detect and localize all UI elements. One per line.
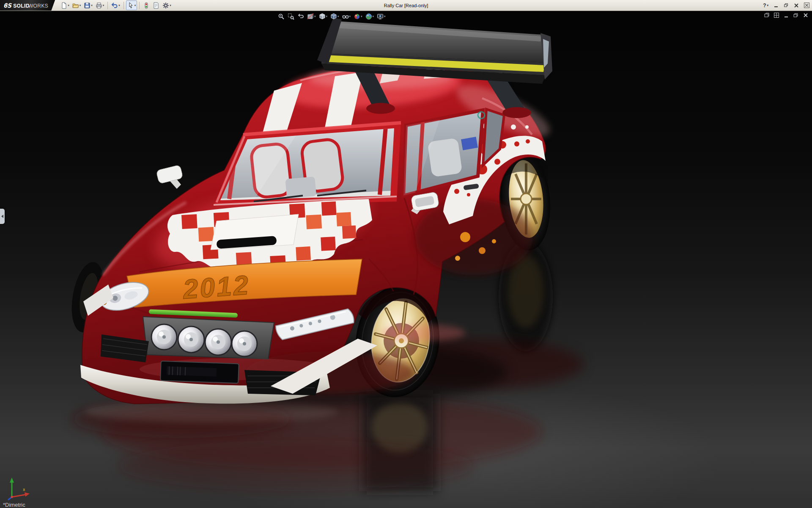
year-decal: 2012 — [181, 270, 251, 305]
chevron-down-icon: ▾ — [118, 4, 120, 7]
window-controls: ?▾ — [763, 0, 809, 11]
chevron-down-icon: ▾ — [349, 15, 351, 18]
help-button[interactable]: ?▾ — [763, 3, 768, 8]
sill-glow — [381, 324, 465, 341]
chevron-left-icon — [1, 215, 3, 218]
heads-up-view-toolbar: ▾ ▾ ▾ ▾ ▾ ▾ ▾ — [277, 12, 387, 21]
cascade-windows-button[interactable] — [764, 12, 770, 18]
zoom-to-fit-icon — [278, 13, 285, 20]
select-cursor-icon — [127, 2, 134, 9]
restore-document-button[interactable] — [793, 12, 799, 18]
file-properties-icon — [153, 2, 159, 9]
standard-toolbar: ▾ ▾ ▾ ▾ ▾ ▾ ▾ — [55, 0, 173, 10]
chevron-down-icon: ▾ — [68, 4, 69, 7]
graphics-area[interactable]: ▾ ▾ ▾ ▾ ▾ ▾ ▾ — [0, 11, 812, 508]
tile-windows-button[interactable] — [774, 12, 779, 18]
open-icon — [72, 2, 79, 9]
section-view-icon — [307, 13, 314, 20]
new-document-icon — [60, 2, 67, 9]
scene-globe-icon — [365, 13, 372, 20]
rally-car-model[interactable]: 2012 — [0, 11, 812, 508]
chevron-down-icon: ▾ — [103, 4, 104, 7]
zoom-to-area-icon — [288, 13, 294, 20]
view-orientation-label: *Dimetric — [3, 502, 25, 508]
chevron-down-icon: ▾ — [384, 15, 386, 18]
select-button[interactable]: ▾ — [126, 0, 137, 10]
license-plate[interactable] — [160, 361, 239, 383]
close-button[interactable] — [794, 3, 799, 8]
brand-glyph: ϐS — [3, 2, 11, 9]
open-button[interactable]: ▾ — [71, 0, 82, 10]
display-style-button[interactable]: ▾ — [329, 12, 340, 21]
undo-button[interactable]: ▾ — [110, 0, 121, 10]
reference-triad: x — [5, 475, 35, 501]
view-orientation-cube-icon — [319, 13, 326, 20]
undo-icon — [111, 2, 118, 9]
zoom-to-area-button[interactable] — [287, 12, 295, 21]
hide-show-glasses-icon — [342, 13, 349, 20]
chevron-down-icon: ▾ — [91, 4, 93, 7]
apply-scene-button[interactable]: ▾ — [365, 12, 375, 21]
toolbar-separator — [107, 2, 108, 9]
titlebar: ϐS SOLIDWORKS ▾ ▾ ▾ ▾ ▾ ▾ — [0, 0, 812, 11]
windshield[interactable] — [214, 122, 401, 212]
view-settings-icon — [377, 13, 384, 20]
x-axis — [12, 494, 26, 497]
zoom-to-fit-button[interactable] — [277, 12, 285, 21]
collapsed-panel-tab[interactable] — [0, 209, 5, 224]
chevron-down-icon: ▾ — [373, 15, 374, 18]
document-title: Rally Car [Read-only] — [384, 0, 428, 11]
rebuild-button[interactable] — [142, 0, 151, 10]
section-view-button[interactable]: ▾ — [306, 12, 317, 21]
toolbar-separator — [139, 2, 140, 9]
previous-view-button[interactable] — [296, 12, 305, 21]
rebuild-icon — [143, 2, 150, 9]
chevron-down-icon: ▾ — [767, 4, 768, 7]
options-button[interactable]: ▾ — [161, 0, 173, 10]
minimize-document-button[interactable] — [783, 12, 789, 18]
brand-solid: SOLID — [13, 3, 30, 9]
appearance-sphere-icon — [354, 13, 360, 20]
chevron-down-icon: ▾ — [134, 4, 136, 7]
minimize-button[interactable] — [774, 3, 779, 8]
chevron-down-icon: ▾ — [326, 15, 328, 18]
chevron-down-icon: ▾ — [314, 15, 316, 18]
chevron-down-icon: ▾ — [337, 15, 339, 18]
toolbar-separator — [123, 2, 124, 9]
new-document-button[interactable]: ▾ — [59, 0, 71, 10]
document-window-controls — [764, 12, 809, 18]
chevron-down-icon: ▾ — [80, 4, 81, 7]
x-axis-label: x — [23, 487, 25, 492]
save-button[interactable]: ▾ — [82, 0, 94, 10]
print-icon — [96, 2, 102, 9]
close-group-button[interactable] — [804, 3, 809, 8]
options-gear-icon — [162, 2, 169, 9]
view-orientation-button[interactable]: ▾ — [318, 12, 329, 21]
chevron-down-icon: ▾ — [170, 4, 171, 7]
chevron-down-icon: ▾ — [361, 15, 362, 18]
edit-appearance-button[interactable]: ▾ — [353, 12, 363, 21]
brand-works: WORKS — [28, 3, 48, 9]
hide-show-items-button[interactable]: ▾ — [341, 12, 352, 21]
solidworks-logo: ϐS SOLIDWORKS — [0, 0, 55, 11]
file-properties-button[interactable] — [151, 0, 161, 10]
close-document-button[interactable] — [803, 12, 809, 18]
restore-button[interactable] — [784, 3, 789, 8]
display-style-icon — [330, 13, 337, 20]
previous-view-icon — [297, 13, 304, 20]
view-settings-button[interactable]: ▾ — [376, 12, 387, 21]
save-icon — [84, 2, 91, 9]
left-mirror[interactable] — [156, 165, 183, 189]
print-button[interactable]: ▾ — [94, 0, 106, 10]
